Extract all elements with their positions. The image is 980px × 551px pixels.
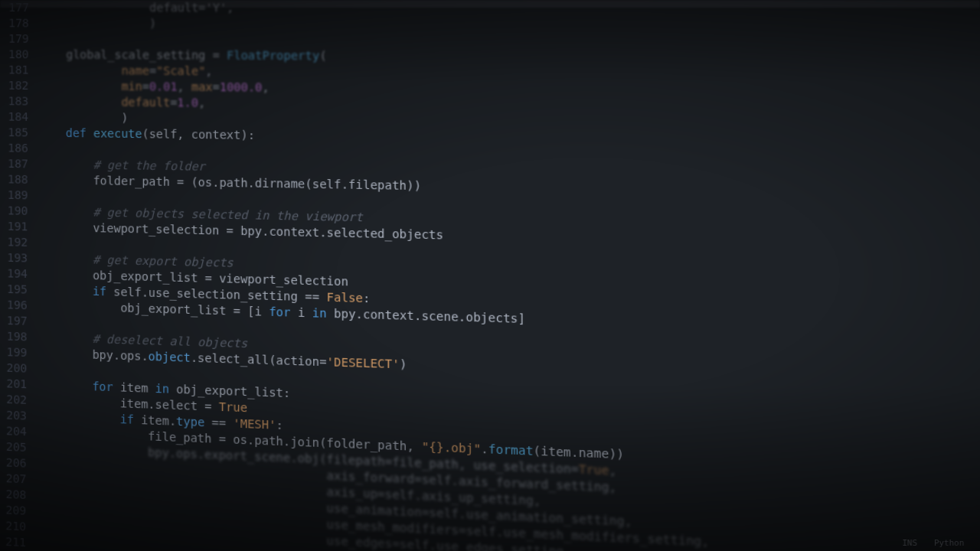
line-number: 198 [0, 328, 28, 345]
line-number: 193 [0, 249, 28, 266]
line-number: 178 [0, 15, 29, 31]
line-number: 196 [0, 297, 28, 314]
line-number: 182 [0, 78, 28, 94]
code-area[interactable]: default='Y', ) global_scale_setting = Fl… [36, 0, 980, 551]
line-number: 181 [0, 62, 29, 78]
line-number: 197 [0, 313, 28, 330]
line-number-gutter: 177 178 179 180 181 182 183 184 185 186 … [0, 0, 39, 551]
line-number: 199 [0, 344, 28, 361]
code-editor[interactable]: 177 178 179 180 181 182 183 184 185 186 … [0, 0, 980, 551]
line-number: 195 [0, 281, 28, 298]
line-number: 187 [0, 156, 28, 172]
line-number: 201 [0, 376, 27, 393]
line-number: 186 [0, 140, 28, 156]
line-number: 194 [0, 266, 28, 282]
line-number: 177 [0, 0, 29, 15]
status-bar: INS Python [903, 538, 965, 548]
line-number: 207 [0, 470, 27, 487]
line-number: 191 [0, 219, 28, 235]
code-line[interactable]: default='Y', [39, 0, 980, 17]
line-number: 180 [0, 47, 29, 63]
line-number: 179 [0, 31, 29, 47]
line-number: 205 [0, 439, 27, 455]
line-number: 209 [0, 502, 26, 519]
status-insert-mode: INS [903, 538, 918, 548]
line-number: 200 [0, 360, 27, 377]
line-number: 192 [0, 234, 28, 250]
line-number: 184 [0, 109, 28, 125]
line-number: 203 [0, 407, 27, 424]
line-number: 211 [0, 533, 26, 551]
line-number: 204 [0, 423, 27, 440]
line-number: 189 [0, 187, 28, 204]
line-number: 206 [0, 455, 27, 471]
line-number: 208 [0, 486, 26, 503]
line-number: 190 [0, 203, 28, 219]
line-number: 185 [0, 125, 28, 141]
line-number: 183 [0, 93, 28, 109]
line-number: 210 [0, 517, 26, 535]
line-number: 188 [0, 171, 28, 187]
status-language[interactable]: Python [934, 538, 964, 548]
line-number: 202 [0, 391, 27, 408]
